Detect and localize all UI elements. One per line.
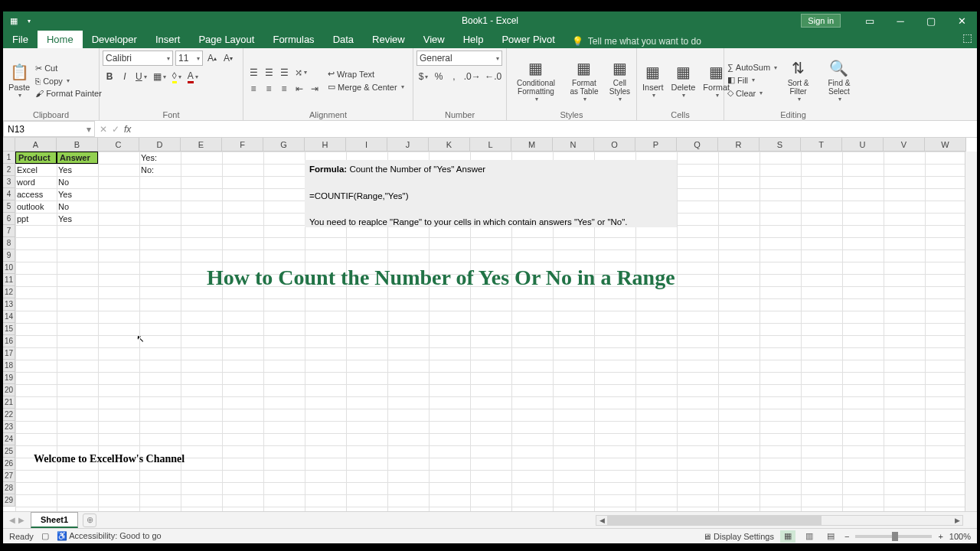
tab-insert[interactable]: Insert — [146, 31, 190, 48]
row-header[interactable]: 22 — [3, 409, 15, 421]
row-header[interactable]: 5 — [3, 201, 15, 213]
row-header[interactable]: 3 — [3, 176, 15, 188]
view-page-break-button[interactable]: ▤ — [823, 530, 838, 543]
insert-function-button[interactable]: fx — [124, 124, 131, 135]
column-header[interactable]: T — [801, 138, 842, 152]
format-as-table-button[interactable]: ▦Format as Table▾ — [565, 53, 603, 108]
sheet-nav[interactable]: ◀▶ — [3, 516, 31, 524]
row-header[interactable]: 29 — [3, 494, 15, 507]
sheet-tab-sheet1[interactable]: Sheet1 — [31, 512, 78, 528]
row-header[interactable]: 9 — [3, 249, 15, 262]
row-header[interactable]: 14 — [3, 311, 15, 323]
tab-developer[interactable]: Developer — [83, 31, 146, 48]
signin-button[interactable]: Sign in — [801, 14, 841, 28]
share-icon[interactable]: ⬚ — [962, 31, 972, 44]
column-header[interactable]: A — [15, 138, 57, 152]
copy-button[interactable]: ⎘Copy▾ — [35, 76, 102, 86]
row-header[interactable]: 16 — [3, 335, 15, 347]
comma-button[interactable]: , — [447, 69, 461, 84]
cell[interactable]: Yes — [57, 188, 98, 201]
close-button[interactable]: ✕ — [946, 11, 977, 30]
select-all-corner[interactable] — [3, 138, 15, 152]
font-color-button[interactable]: A▾ — [185, 69, 201, 84]
spreadsheet-grid[interactable]: 1234567891011121314151617181920212223242… — [3, 138, 977, 511]
row-header[interactable]: 7 — [3, 225, 15, 237]
cell[interactable]: No — [57, 176, 98, 188]
cell[interactable]: Product — [15, 152, 57, 164]
font-size-combo[interactable]: 11▾ — [175, 51, 203, 66]
record-macro-icon[interactable]: ▢ — [41, 531, 49, 541]
cell[interactable]: Yes — [57, 213, 98, 225]
insert-cells-button[interactable]: ▦Insert▾ — [640, 53, 666, 108]
vertical-scrollbar[interactable] — [965, 152, 977, 511]
row-header[interactable]: 1 — [3, 152, 15, 164]
align-right-button[interactable]: ≡ — [277, 81, 291, 96]
view-page-layout-button[interactable]: ▥ — [802, 530, 817, 543]
zoom-in-button[interactable]: + — [938, 532, 942, 541]
increase-decimal-button[interactable]: .0→ — [462, 69, 482, 84]
delete-cells-button[interactable]: ▦Delete▾ — [669, 53, 698, 108]
align-left-button[interactable]: ≡ — [247, 81, 260, 96]
scroll-thumb[interactable] — [607, 516, 822, 525]
wrap-text-button[interactable]: ↩Wrap Text — [328, 68, 404, 80]
cell[interactable]: No: — [139, 164, 181, 176]
align-bottom-button[interactable]: ☰ — [277, 65, 291, 80]
tab-review[interactable]: Review — [363, 31, 414, 48]
column-header[interactable]: I — [346, 138, 387, 152]
cell[interactable]: word — [15, 176, 57, 188]
decrease-decimal-button[interactable]: ←.0 — [484, 69, 504, 84]
indent-decrease-button[interactable]: ⇤ — [292, 81, 306, 96]
tab-view[interactable]: View — [414, 31, 454, 48]
row-header[interactable]: 11 — [3, 274, 15, 286]
column-header[interactable]: U — [842, 138, 884, 152]
cell-styles-button[interactable]: ▦Cell Styles▾ — [606, 53, 633, 108]
qat-dropdown-icon[interactable]: ▾ — [23, 15, 35, 27]
grow-font-button[interactable]: A▴ — [205, 51, 219, 66]
conditional-formatting-button[interactable]: ▦Conditional Formatting▾ — [510, 53, 562, 108]
italic-button[interactable]: I — [118, 69, 132, 84]
align-middle-button[interactable]: ☰ — [262, 65, 276, 80]
align-top-button[interactable]: ☰ — [247, 65, 260, 80]
name-box[interactable]: N13▾ — [3, 121, 95, 137]
format-painter-button[interactable]: 🖌Format Painter — [35, 88, 102, 99]
tab-help[interactable]: Help — [454, 31, 493, 48]
font-name-combo[interactable]: Calibri▾ — [103, 51, 173, 66]
row-header[interactable]: 2 — [3, 164, 15, 176]
row-header[interactable]: 24 — [3, 433, 15, 445]
clear-button[interactable]: ◇Clear▾ — [727, 87, 777, 99]
cell[interactable]: access — [15, 188, 57, 201]
column-header[interactable]: N — [553, 138, 594, 152]
fill-color-button[interactable]: ◊▾ — [170, 69, 184, 84]
column-header[interactable]: V — [884, 138, 925, 152]
maximize-button[interactable]: ▢ — [916, 11, 946, 30]
bold-button[interactable]: B — [103, 69, 116, 84]
tab-formulas[interactable]: Formulas — [263, 31, 323, 48]
row-header[interactable]: 25 — [3, 445, 15, 458]
view-normal-button[interactable]: ▦ — [780, 530, 795, 543]
column-header[interactable]: M — [511, 138, 553, 152]
border-button[interactable]: ▦▾ — [151, 69, 168, 84]
tab-file[interactable]: File — [3, 31, 38, 48]
new-sheet-button[interactable]: ⊕ — [83, 514, 96, 527]
underline-button[interactable]: U▾ — [133, 69, 149, 84]
autosum-button[interactable]: ∑AutoSum▾ — [727, 62, 777, 73]
minimize-button[interactable]: ─ — [885, 11, 916, 30]
row-header[interactable]: 13 — [3, 298, 15, 311]
ribbon-display-icon[interactable]: ▭ — [854, 11, 885, 30]
accessibility-status[interactable]: ♿ Accessibility: Good to go — [57, 531, 162, 541]
row-header[interactable]: 8 — [3, 237, 15, 249]
shrink-font-button[interactable]: A▾ — [221, 51, 235, 66]
cell[interactable]: Yes — [57, 164, 98, 176]
column-header[interactable]: K — [429, 138, 470, 152]
column-header[interactable]: C — [98, 138, 139, 152]
app-icon[interactable]: ▦ — [8, 15, 20, 27]
column-header[interactable]: H — [305, 138, 346, 152]
number-format-combo[interactable]: General▾ — [416, 51, 502, 66]
zoom-out-button[interactable]: − — [844, 532, 849, 541]
cell[interactable]: Yes: — [139, 152, 181, 164]
cell[interactable]: outlook — [15, 201, 57, 213]
row-header[interactable]: 15 — [3, 323, 15, 335]
column-header[interactable]: O — [594, 138, 635, 152]
column-header[interactable]: L — [470, 138, 511, 152]
tab-data[interactable]: Data — [324, 31, 363, 48]
